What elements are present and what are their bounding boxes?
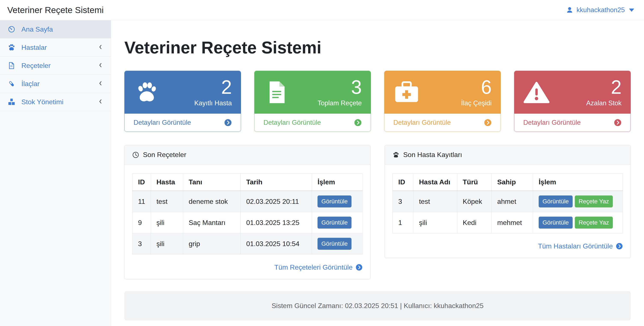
- column-header: Tanı: [183, 174, 240, 191]
- column-header: Hasta Adı: [413, 174, 457, 191]
- write-prescription-button[interactable]: Reçete Yaz: [575, 216, 613, 228]
- table-cell: mehmet: [492, 212, 533, 233]
- pills-icon: [8, 80, 16, 88]
- sidebar: Ana Sayfa Hastalar Reçeteler İlaçlar Sto…: [0, 20, 111, 326]
- details-link[interactable]: Detayları Görüntüle: [254, 114, 371, 132]
- sidebar-item-label: Stok Yönetimi: [21, 98, 64, 106]
- sidebar-item-label: Hastalar: [21, 44, 47, 52]
- column-header: Tarih: [240, 174, 312, 191]
- chevron-left-icon: [98, 62, 103, 70]
- stat-value: 3: [318, 78, 362, 97]
- sidebar-item-receteler[interactable]: Reçeteler: [0, 56, 111, 75]
- table-cell: Kedi: [457, 212, 492, 233]
- table-cell: Saç Mantarı: [183, 212, 240, 233]
- table-cell: ahmet: [492, 191, 533, 212]
- brand-title[interactable]: Veteriner Reçete Sistemi: [7, 5, 104, 15]
- table-cell: grip: [183, 233, 240, 254]
- column-header: İşlem: [312, 174, 362, 191]
- panel-recent-patients: Son Hasta Kayıtları ID Hasta Adı Türü Sa…: [384, 145, 631, 258]
- stat-value: 2: [586, 78, 622, 97]
- table-row: 1 şili Kedi mehmet GörüntüleReçete Yaz: [393, 212, 623, 233]
- arrow-circle-right-icon: [224, 119, 232, 126]
- main-content: Veteriner Reçete Sistemi 2 Kayıtlı Hasta…: [111, 20, 644, 326]
- file-icon: [8, 62, 16, 70]
- caret-down-icon: [629, 8, 634, 12]
- stat-value: 2: [194, 78, 232, 97]
- arrow-circle-right-icon: [484, 119, 492, 126]
- table-cell: 11: [132, 191, 151, 212]
- file-icon: [264, 80, 290, 104]
- view-button[interactable]: Görüntüle: [318, 238, 352, 250]
- view-button[interactable]: Görüntüle: [318, 196, 352, 208]
- arrow-circle-right-icon: [356, 264, 362, 271]
- top-navbar: Veteriner Reçete Sistemi kkuhackathon25: [0, 0, 644, 20]
- table-cell: 01.03.2025 13:25: [240, 212, 312, 233]
- stat-label: Kayıtlı Hasta: [194, 99, 232, 107]
- column-header: ID: [393, 174, 414, 191]
- table-cell: 02.03.2025 20:11: [240, 191, 312, 212]
- warning-icon: [523, 80, 550, 104]
- column-header: İşlem: [533, 174, 623, 191]
- paw-icon: [392, 152, 399, 158]
- chevron-left-icon: [98, 44, 103, 52]
- all-prescriptions-link[interactable]: Tüm Reçeteleri Görüntüle: [132, 264, 362, 271]
- chevron-left-icon: [98, 98, 103, 106]
- stat-label: Toplam Reçete: [318, 99, 362, 107]
- sidebar-item-label: İlaçlar: [21, 80, 40, 88]
- chevron-left-icon: [98, 80, 103, 88]
- system-footer: Sistem Güncel Zamanı: 02.03.2025 20:51 |…: [124, 291, 631, 320]
- sidebar-item-hastalar[interactable]: Hastalar: [0, 38, 111, 56]
- table-cell: test: [413, 191, 457, 212]
- table-row: 9 şili Saç Mantarı 01.03.2025 13:25 Görü…: [132, 212, 362, 233]
- details-link[interactable]: Detayları Görüntüle: [124, 114, 241, 132]
- details-link[interactable]: Detayları Görüntüle: [514, 114, 630, 132]
- clock-icon: [132, 152, 139, 158]
- view-button[interactable]: Görüntüle: [539, 196, 573, 208]
- panel-title: Son Reçeteler: [143, 151, 186, 159]
- table-cell: şili: [413, 212, 457, 233]
- panel-recent-prescriptions: Son Reçeteler ID Hasta Tanı Tarih İşlem: [124, 145, 370, 279]
- write-prescription-button[interactable]: Reçete Yaz: [575, 196, 613, 208]
- stat-card-patients: 2 Kayıtlı Hasta Detayları Görüntüle: [124, 71, 241, 132]
- table-cell: test: [151, 191, 183, 212]
- paw-icon: [134, 80, 160, 104]
- panel-title: Son Hasta Kayıtları: [403, 151, 462, 159]
- arrow-circle-right-icon: [614, 119, 622, 126]
- details-link[interactable]: Detayları Görüntüle: [384, 114, 501, 132]
- all-patients-link[interactable]: Tüm Hastaları Görüntüle: [392, 242, 623, 250]
- sidebar-item-label: Ana Sayfa: [21, 26, 53, 33]
- stat-card-prescriptions: 3 Toplam Reçete Detayları Görüntüle: [254, 71, 371, 132]
- stat-cards-row: 2 Kayıtlı Hasta Detayları Görüntüle 3 To…: [124, 71, 631, 132]
- column-header: Hasta: [151, 174, 183, 191]
- panels-row: Son Reçeteler ID Hasta Tanı Tarih İşlem: [124, 145, 631, 279]
- view-button[interactable]: Görüntüle: [539, 216, 573, 228]
- table-row: 11 test deneme stok 02.03.2025 20:11 Gör…: [132, 191, 362, 212]
- table-cell: şili: [151, 233, 183, 254]
- user-icon: [566, 6, 573, 14]
- column-header: Sahip: [492, 174, 533, 191]
- stat-label: İlaç Çeşidi: [461, 99, 492, 107]
- sidebar-item-ana-sayfa[interactable]: Ana Sayfa: [0, 20, 111, 38]
- table-cell: 3: [132, 233, 151, 254]
- stat-label: Azalan Stok: [586, 99, 622, 107]
- patients-table: ID Hasta Adı Türü Sahip İşlem 3 test: [392, 174, 623, 233]
- table-cell: 01.03.2025 10:54: [240, 233, 312, 254]
- stat-card-low-stock: 2 Azalan Stok Detayları Görüntüle: [514, 71, 631, 132]
- arrow-circle-right-icon: [354, 119, 362, 126]
- sidebar-item-stok-yonetimi[interactable]: Stok Yönetimi: [0, 93, 111, 111]
- table-row: 3 test Köpek ahmet GörüntüleReçete Yaz: [393, 191, 623, 212]
- user-menu[interactable]: kkuhackathon25: [566, 6, 634, 14]
- boxes-icon: [8, 98, 16, 106]
- table-row: 3 şili grip 01.03.2025 10:54 Görüntüle: [132, 233, 362, 254]
- stat-value: 6: [461, 78, 492, 97]
- arrow-circle-right-icon: [616, 243, 623, 250]
- page-title: Veteriner Reçete Sistemi: [124, 38, 631, 58]
- column-header: ID: [132, 174, 151, 191]
- table-cell: Köpek: [457, 191, 492, 212]
- sidebar-item-label: Reçeteler: [21, 62, 51, 70]
- prescriptions-table: ID Hasta Tanı Tarih İşlem 11 test: [132, 174, 362, 254]
- user-name: kkuhackathon25: [576, 6, 625, 14]
- stat-card-medicines: 6 İlaç Çeşidi Detayları Görüntüle: [384, 71, 501, 132]
- sidebar-item-ilaclar[interactable]: İlaçlar: [0, 75, 111, 93]
- view-button[interactable]: Görüntüle: [318, 216, 352, 228]
